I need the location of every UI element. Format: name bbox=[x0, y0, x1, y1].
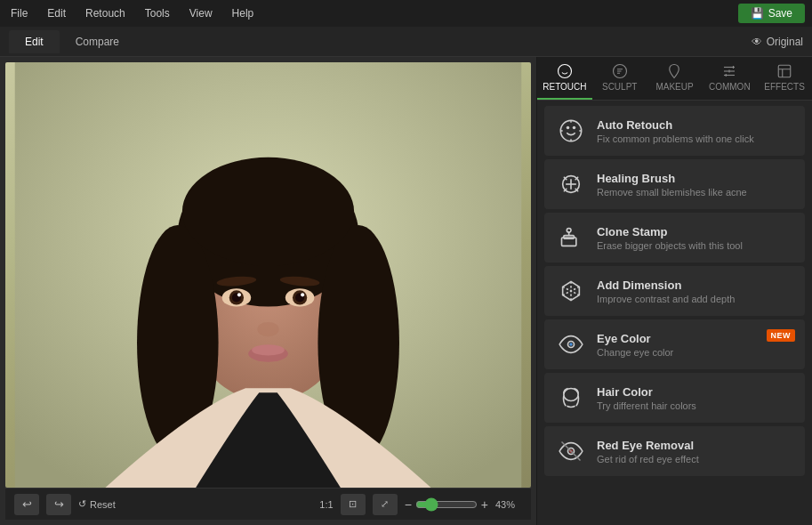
tool-list: Auto Retouch Fix common problems with on… bbox=[537, 101, 812, 525]
tool-eye-color[interactable]: Eye Color Change eye color NEW bbox=[544, 319, 805, 369]
original-label: Original bbox=[767, 36, 803, 48]
menu-retouch[interactable]: Retouch bbox=[82, 5, 129, 21]
svg-point-18 bbox=[257, 322, 278, 336]
menu-help[interactable]: Help bbox=[229, 5, 258, 21]
fit-screen-button[interactable]: ⊡ bbox=[341, 494, 366, 515]
undo-icon: ↩ bbox=[22, 497, 32, 511]
original-toggle[interactable]: 👁 Original bbox=[752, 36, 803, 48]
red-eye-removal-text: Red Eye Removal Get rid of red eye effec… bbox=[597, 439, 793, 464]
hair-color-text: Hair Color Try different hair colors bbox=[597, 385, 793, 411]
photo-viewport bbox=[5, 62, 531, 488]
reset-button[interactable]: ↺ Reset bbox=[78, 498, 116, 510]
red-eye-icon bbox=[556, 436, 586, 466]
bottom-toolbar: ↩ ↪ ↺ Reset 1:1 ⊡ ⤢ − + bbox=[5, 488, 531, 520]
retouch-icon bbox=[557, 63, 573, 79]
tool-auto-retouch[interactable]: Auto Retouch Fix common problems with on… bbox=[544, 106, 805, 156]
menu-edit[interactable]: Edit bbox=[44, 5, 69, 21]
zoom-plus-icon: + bbox=[481, 497, 488, 512]
common-icon bbox=[721, 63, 737, 79]
eye-color-icon bbox=[556, 329, 586, 359]
clone-stamp-desc: Erase bigger objects with this tool bbox=[597, 240, 793, 251]
auto-retouch-icon bbox=[556, 116, 586, 146]
edit-bar: Edit Compare 👁 Original bbox=[0, 27, 812, 57]
makeup-icon bbox=[666, 63, 682, 79]
tool-hair-color[interactable]: Hair Color Try different hair colors bbox=[544, 373, 805, 423]
tool-red-eye-removal[interactable]: Red Eye Removal Get rid of red eye effec… bbox=[544, 426, 805, 476]
sculpt-icon bbox=[612, 63, 628, 79]
svg-point-7 bbox=[182, 158, 354, 266]
svg-point-13 bbox=[237, 293, 241, 296]
eye-color-new-badge: NEW bbox=[767, 329, 796, 342]
zoom-100-button[interactable]: ⤢ bbox=[373, 494, 398, 515]
red-eye-removal-desc: Get rid of red eye effect bbox=[597, 454, 793, 464]
fit-icon: ⊡ bbox=[349, 498, 357, 510]
svg-point-34 bbox=[573, 126, 576, 130]
makeup-tab-label: MAKEUP bbox=[655, 82, 693, 92]
auto-retouch-text: Auto Retouch Fix common problems with on… bbox=[597, 118, 793, 144]
add-dimension-text: Add Dimension Improve contrast and add d… bbox=[597, 279, 793, 304]
effects-tab-label: EFFECTS bbox=[764, 82, 805, 92]
menu-file[interactable]: File bbox=[7, 5, 31, 21]
red-eye-removal-name: Red Eye Removal bbox=[597, 439, 793, 452]
menu-tools[interactable]: Tools bbox=[141, 5, 173, 21]
save-button[interactable]: 💾 Save bbox=[738, 4, 805, 23]
zoom-percent-label: 43% bbox=[495, 499, 522, 510]
redo-icon: ↪ bbox=[54, 497, 64, 511]
tab-effects[interactable]: EFFECTS bbox=[757, 57, 812, 100]
eye-icon: 👁 bbox=[752, 36, 762, 48]
eye-color-name: Eye Color bbox=[597, 332, 793, 345]
main-area: ↩ ↪ ↺ Reset 1:1 ⊡ ⤢ − + bbox=[0, 57, 812, 525]
tool-healing-brush[interactable]: Healing Brush Remove small blemishes lik… bbox=[544, 159, 805, 209]
save-label: Save bbox=[768, 7, 792, 20]
sculpt-tab-label: SCULPT bbox=[602, 82, 637, 92]
zoom-minus-icon: − bbox=[405, 497, 412, 512]
photo-canvas bbox=[5, 62, 531, 488]
portrait-svg bbox=[5, 62, 531, 488]
healing-brush-name: Healing Brush bbox=[597, 172, 793, 185]
eye-color-desc: Change eye color bbox=[597, 347, 793, 358]
right-panel: RETOUCH SCULPT MAKEUP bbox=[536, 57, 812, 525]
healing-brush-icon bbox=[556, 169, 586, 199]
add-dimension-icon bbox=[556, 276, 586, 306]
svg-rect-31 bbox=[778, 65, 791, 77]
tool-add-dimension[interactable]: Add Dimension Improve contrast and add d… bbox=[544, 266, 805, 316]
panel-tabs: RETOUCH SCULPT MAKEUP bbox=[537, 57, 812, 101]
tab-makeup[interactable]: MAKEUP bbox=[647, 57, 703, 100]
eye-color-text: Eye Color Change eye color bbox=[597, 332, 793, 358]
undo-button[interactable]: ↩ bbox=[14, 494, 39, 515]
zoom-slider[interactable] bbox=[415, 497, 478, 512]
tab-common[interactable]: COMMON bbox=[702, 57, 757, 100]
add-dimension-desc: Improve contrast and add depth bbox=[597, 294, 793, 304]
add-dimension-name: Add Dimension bbox=[597, 279, 793, 292]
svg-point-17 bbox=[301, 293, 304, 296]
common-tab-label: COMMON bbox=[709, 82, 751, 92]
svg-point-33 bbox=[567, 126, 570, 130]
auto-retouch-desc: Fix common problems with one click bbox=[597, 133, 793, 144]
svg-point-20 bbox=[252, 344, 285, 355]
reset-icon: ↺ bbox=[78, 498, 86, 510]
save-icon: 💾 bbox=[751, 7, 764, 20]
retouch-tab-label: RETOUCH bbox=[543, 82, 586, 92]
zoom-100-icon: ⤢ bbox=[381, 498, 389, 510]
tab-sculpt[interactable]: SCULPT bbox=[592, 57, 647, 100]
menu-items: File Edit Retouch Tools View Help bbox=[7, 5, 257, 21]
tool-clone-stamp[interactable]: Clone Stamp Erase bigger objects with th… bbox=[544, 213, 805, 262]
svg-point-41 bbox=[567, 229, 571, 233]
svg-point-44 bbox=[564, 389, 578, 401]
healing-brush-desc: Remove small blemishes like acne bbox=[597, 187, 793, 198]
hair-color-icon bbox=[556, 383, 586, 413]
tab-retouch[interactable]: RETOUCH bbox=[537, 57, 592, 100]
tab-edit[interactable]: Edit bbox=[9, 30, 60, 53]
hair-color-desc: Try different hair colors bbox=[597, 400, 793, 411]
svg-point-43 bbox=[569, 343, 573, 346]
tab-compare[interactable]: Compare bbox=[60, 30, 135, 53]
zoom-control: − + bbox=[405, 497, 488, 512]
clone-stamp-text: Clone Stamp Erase bigger objects with th… bbox=[597, 225, 793, 251]
reset-label: Reset bbox=[90, 499, 116, 510]
redo-button[interactable]: ↪ bbox=[46, 494, 71, 515]
effects-icon bbox=[776, 63, 792, 79]
hair-color-name: Hair Color bbox=[597, 385, 793, 399]
menu-view[interactable]: View bbox=[186, 5, 216, 21]
svg-point-21 bbox=[558, 65, 571, 78]
auto-retouch-name: Auto Retouch bbox=[597, 118, 793, 132]
